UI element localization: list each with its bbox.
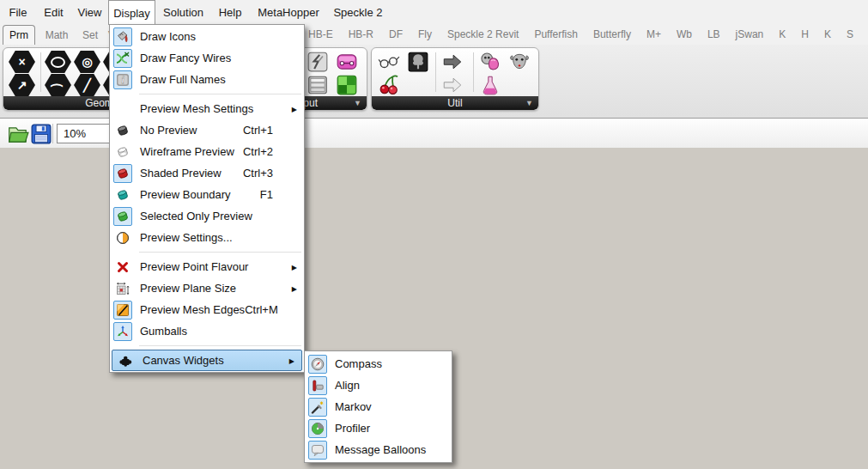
mesh-edges-icon <box>113 301 132 320</box>
tab-h[interactable]: H <box>793 28 816 40</box>
display-menu-item-canvas-widgets[interactable]: Canvas Widgets▶ <box>112 350 302 371</box>
cyl-wire-icon <box>113 143 132 161</box>
tab-pufferfish[interactable]: Pufferfish <box>526 28 585 40</box>
blank-icon <box>113 100 132 119</box>
display-menu-item-shaded-preview[interactable]: Shaded PreviewCtrl+3 <box>110 162 304 184</box>
panel-label: Util <box>447 97 462 109</box>
param-spiral-icon[interactable]: ◎ <box>74 51 100 73</box>
balloon-icon <box>308 441 327 460</box>
arrow-solid-icon[interactable] <box>440 51 464 73</box>
param-vector-icon[interactable]: ↗ <box>9 74 35 96</box>
relay-icon[interactable] <box>335 51 359 73</box>
menu-item-label: Preview Boundary <box>140 188 231 201</box>
menubar-item-view[interactable]: View <box>71 0 108 24</box>
tab-bar-right: HB-EHB-RDFFlySpeckle 2 RevitPufferfishBu… <box>300 24 868 45</box>
tab-s[interactable]: S <box>861 28 868 40</box>
tab-m+[interactable]: M+ <box>639 28 669 40</box>
display-menu-item-selected-only-preview[interactable]: Selected Only Preview <box>110 205 304 227</box>
param-circle-icon[interactable] <box>45 51 71 73</box>
fitness-tree-icon[interactable] <box>406 51 430 73</box>
menu-item-label: Preview Point Flavour <box>140 260 248 273</box>
galapagos-egg-icon[interactable] <box>478 51 502 73</box>
param-line-icon[interactable]: ╱ <box>74 74 100 96</box>
plane-size-icon <box>113 279 132 298</box>
tab-fly[interactable]: Fly <box>410 28 440 40</box>
menubar-item-metahopper[interactable]: MetaHopper <box>249 0 328 24</box>
canvas-widgets-item-align[interactable]: Align <box>305 375 452 396</box>
display-menu-item-preview-mesh-edges[interactable]: Preview Mesh EdgesCtrl+M <box>110 299 304 320</box>
spectacles-icon[interactable] <box>377 51 401 73</box>
red-x-icon <box>113 258 132 277</box>
arrow-outline-icon[interactable] <box>440 74 464 96</box>
display-menu-item-draw-full-names[interactable]: iDraw Full Names <box>110 69 304 90</box>
menu-item-label: Preview Mesh Edges <box>140 303 245 316</box>
canvas-widgets-item-markov[interactable]: Markov <box>305 396 452 417</box>
info-icon: i <box>113 70 132 89</box>
menu-item-label: Selected Only Preview <box>140 210 252 222</box>
menu-item-label: Profiler <box>335 422 370 435</box>
tab-lb[interactable]: LB <box>700 28 728 40</box>
tab-jswan[interactable]: jSwan <box>728 28 772 40</box>
display-menu-item-no-preview[interactable]: No PreviewCtrl+1 <box>110 119 304 141</box>
tab-k[interactable]: K <box>771 28 793 40</box>
display-menu-item-preview-boundary[interactable]: Preview BoundaryF1 <box>110 184 304 205</box>
panel-divider <box>40 52 41 92</box>
tab-prm[interactable]: Prm <box>3 25 35 45</box>
display-menu-item-draw-icons[interactable]: Draw Icons <box>110 26 304 47</box>
menubar-item-file[interactable]: File <box>0 0 36 24</box>
param-x-icon[interactable]: × <box>9 51 35 73</box>
display-menu: Draw IconsDraw Fancy WiresiDraw Full Nam… <box>109 24 305 373</box>
display-menu-item-preview-plane-size[interactable]: Preview Plane Size▶ <box>110 277 304 299</box>
menu-item-shortcut: F1 <box>260 188 273 201</box>
menubar-item-solution[interactable]: Solution <box>155 0 211 24</box>
panel-menu-arrow-icon[interactable]: ▼ <box>525 100 533 107</box>
menu-separator <box>110 342 304 350</box>
display-menu-item-gumballs[interactable]: Gumballs <box>110 320 304 342</box>
tab-math[interactable]: Math <box>39 25 75 45</box>
data-dam-icon[interactable] <box>306 51 330 73</box>
canvas-widgets-item-message-balloons[interactable]: Message Balloons <box>305 439 452 460</box>
display-menu-item-preview-mesh-settings[interactable]: Preview Mesh Settings▶ <box>110 98 304 119</box>
markov-icon <box>308 398 327 417</box>
submenu-arrow-icon: ▶ <box>292 105 297 113</box>
canvas-widgets-item-compass[interactable]: Compass <box>305 353 452 375</box>
panel-body <box>372 48 538 96</box>
panel-menu-arrow-icon[interactable]: ▼ <box>354 100 361 107</box>
tab-s[interactable]: S <box>839 28 861 40</box>
tab-set[interactable]: Set <box>76 25 105 45</box>
fancy-wires-icon <box>113 49 132 68</box>
canvas-widgets-item-profiler[interactable]: Profiler <box>305 417 452 439</box>
menu-item-label: Gumballs <box>140 325 187 338</box>
tab-wb[interactable]: Wb <box>669 28 700 40</box>
open-file-button[interactable] <box>7 123 29 145</box>
flask-icon[interactable] <box>478 74 502 96</box>
tab-k[interactable]: K <box>816 28 839 40</box>
cyl-shaded-icon <box>113 164 132 183</box>
menu-item-shortcut: Ctrl+3 <box>243 167 273 180</box>
menubar-item-display[interactable]: Display <box>108 0 155 25</box>
tab-hb-r[interactable]: HB-R <box>341 28 381 40</box>
menu-item-label: Draw Fancy Wires <box>140 52 231 64</box>
menu-item-label: Canvas Widgets <box>143 354 224 367</box>
param-curve-icon[interactable]: ( <box>45 74 71 96</box>
menubar-item-speckle-2[interactable]: Speckle 2 <box>328 0 388 24</box>
gradient-icon[interactable] <box>335 74 359 96</box>
creature-face-icon[interactable] <box>507 51 531 73</box>
menubar-item-help[interactable]: Help <box>211 0 249 24</box>
tab-butterfly[interactable]: Butterfly <box>586 28 639 40</box>
tab-speckle-2-revit[interactable]: Speckle 2 Revit <box>440 28 526 40</box>
panel-icon[interactable] <box>306 74 330 96</box>
menu-separator <box>110 90 304 98</box>
display-menu-item-draw-fancy-wires[interactable]: Draw Fancy Wires <box>110 47 304 69</box>
toolbar-divider <box>52 124 53 143</box>
panel-divider <box>435 52 436 92</box>
puzzle-icon <box>116 351 135 370</box>
menubar-item-edit[interactable]: Edit <box>36 0 71 24</box>
cherry-picker-icon[interactable] <box>377 74 401 96</box>
display-menu-item-preview-point-flavour[interactable]: Preview Point Flavour▶ <box>110 256 304 277</box>
display-menu-item-wireframe-preview[interactable]: Wireframe PreviewCtrl+2 <box>110 141 304 162</box>
save-file-button[interactable] <box>30 123 52 145</box>
tab-hb-e[interactable]: HB-E <box>300 28 341 40</box>
tab-df[interactable]: DF <box>381 28 410 40</box>
display-menu-item-preview-settings[interactable]: Preview Settings... <box>110 227 304 248</box>
